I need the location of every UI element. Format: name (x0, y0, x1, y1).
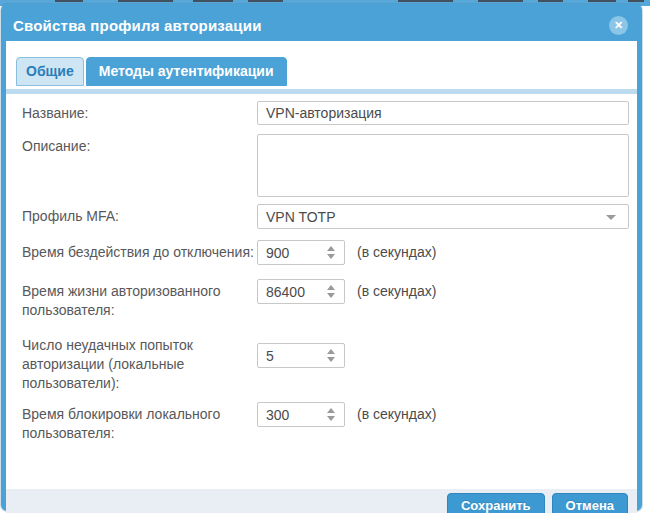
spin-down-icon[interactable] (327, 416, 335, 421)
background-text-remnant (55, 0, 83, 2)
close-icon[interactable]: ✕ (609, 16, 628, 35)
background-text-remnant (538, 0, 563, 2)
session-lifetime-stepper[interactable]: 86400 (257, 279, 345, 304)
session-lifetime-label: Время жизни авторизованного пользователя… (22, 279, 257, 320)
session-lifetime-units: (в секундах) (357, 279, 436, 299)
save-button[interactable]: Сохранить (447, 493, 545, 513)
form-row-lockout-time: Время блокировки локального пользователя… (22, 402, 631, 443)
failed-attempts-label: Число неудачных попыток авторизации (лок… (22, 333, 257, 393)
spin-down-icon[interactable] (327, 293, 335, 298)
spin-up-icon[interactable] (327, 285, 335, 290)
dialog-footer: Сохранить Отмена (6, 489, 637, 513)
mfa-profile-label: Профиль MFA: (22, 204, 257, 226)
form-row-name: Название: (22, 101, 631, 125)
lockout-time-units: (в секундах) (357, 402, 436, 422)
background-text-remnant (628, 0, 644, 2)
lockout-time-value: 300 (266, 407, 289, 423)
lockout-time-stepper[interactable]: 300 (257, 402, 345, 427)
general-form: Название: Описание: Профиль MFA: VPN TOT… (6, 94, 637, 443)
tab-auth-methods[interactable]: Методы аутентификации (86, 57, 287, 86)
description-label: Описание: (22, 134, 257, 156)
failed-attempts-stepper[interactable]: 5 (257, 343, 345, 368)
spin-up-icon[interactable] (327, 349, 335, 354)
lockout-time-label: Время блокировки локального пользователя… (22, 402, 257, 443)
cancel-button[interactable]: Отмена (552, 493, 628, 513)
idle-timeout-stepper[interactable]: 900 (257, 240, 345, 265)
form-row-failed-attempts: Число неудачных попыток авторизации (лок… (22, 333, 631, 393)
mfa-profile-selected-value: VPN TOTP (266, 209, 336, 225)
background-text-remnant (248, 0, 283, 2)
idle-timeout-label: Время бездействия до отключения: (22, 240, 257, 262)
form-row-description: Описание: (22, 134, 631, 197)
tab-general[interactable]: Общие (16, 57, 84, 86)
spin-down-icon[interactable] (327, 254, 335, 259)
name-label: Название: (22, 101, 257, 123)
auth-profile-properties-dialog: Свойства профиля авторизации ✕ Общие Мет… (1, 4, 642, 511)
background-text-remnant (478, 0, 523, 2)
spin-up-icon[interactable] (327, 408, 335, 413)
failed-attempts-value: 5 (266, 348, 274, 364)
tab-bar: Общие Методы аутентификации (16, 57, 637, 86)
form-row-mfa-profile: Профиль MFA: VPN TOTP (22, 204, 631, 229)
form-row-idle-timeout: Время бездействия до отключения: 900 (в … (22, 240, 631, 265)
name-input[interactable] (257, 101, 629, 125)
spin-up-icon[interactable] (327, 246, 335, 251)
idle-timeout-units: (в секундах) (357, 240, 436, 260)
session-lifetime-value: 86400 (266, 284, 305, 300)
dialog-title: Свойства профиля авторизации (13, 17, 262, 34)
background-text-remnant (588, 0, 616, 2)
background-text-remnant (193, 0, 233, 2)
background-text-remnant (398, 0, 453, 2)
mfa-profile-select[interactable]: VPN TOTP (257, 204, 629, 229)
background-text-remnant (118, 0, 173, 2)
description-textarea[interactable] (257, 134, 629, 197)
dialog-body: Общие Методы аутентификации Название: Оп… (6, 57, 637, 513)
dialog-header: Свойства профиля авторизации ✕ (6, 9, 637, 41)
spin-down-icon[interactable] (327, 357, 335, 362)
idle-timeout-value: 900 (266, 245, 289, 261)
chevron-down-icon (606, 215, 616, 220)
form-row-session-lifetime: Время жизни авторизованного пользователя… (22, 279, 631, 320)
